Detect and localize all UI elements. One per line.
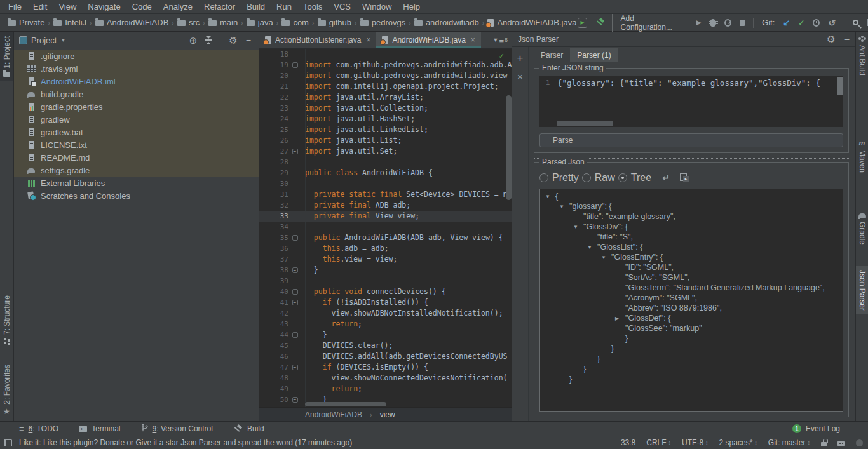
close-parser-tab-button[interactable]: × [517,72,523,81]
menu-item-edit[interactable]: Edit [27,1,53,12]
project-item-androidwifiadb-iml[interactable]: AndroidWiFiADB.iml [14,75,259,88]
code-line-46[interactable]: 46 DEVICES.addAll(adb.getDevicesConnecte… [259,351,512,362]
code-line-49[interactable]: 49 return; [259,384,512,394]
tree-expanded-arrow-icon[interactable]: ▼ [559,204,569,210]
tree-expanded-arrow-icon[interactable]: ▼ [587,245,597,250]
project-item-external-libraries[interactable]: External Libraries [14,177,259,189]
menu-item-vcs[interactable]: VCS [328,1,356,12]
code-line-33[interactable]: 33 private final View view; [259,211,512,222]
menu-item-window[interactable]: Window [356,1,397,12]
status-widget-2-spaces[interactable]: 2 spaces*↕ [719,438,757,447]
code-editor[interactable]: 1819−import com.github.pedrovgs.androidw… [259,49,512,407]
code-line-35[interactable]: 35− public AndroidWiFiADB(ADB adb, View … [259,232,512,243]
menu-item-analyze[interactable]: Analyze [158,1,198,12]
profiler-icon[interactable] [724,19,731,27]
fold-end-icon[interactable]: − [292,397,298,403]
tree-row[interactable]: "SortAs": "SGML", [540,272,843,283]
close-icon[interactable]: × [366,36,370,44]
add-parser-tab-button[interactable]: + [517,53,524,64]
code-line-44[interactable]: 44− } [259,330,512,340]
toolwindow-button-terminal[interactable]: ›_Terminal [79,424,120,433]
tree-row[interactable]: ▼"glossary": { [540,201,843,211]
json-input-editor[interactable]: 1 {"glossary": {"title": "example glossa… [539,76,843,127]
breadcrumb-item-androidwifiadb[interactable]: AndroidWiFiADB [94,18,170,27]
code-line-19[interactable]: 19−import com.github.pedrovgs.androidwif… [259,60,512,70]
menu-item-tools[interactable]: Tools [297,1,328,12]
breadcrumb-item-intelij[interactable]: InteliJ [52,18,88,27]
tree-row[interactable]: ▼"GlossDiv": { [540,222,843,232]
code-line-25[interactable]: 25import java.util.LinkedList; [259,124,512,135]
code-line-31[interactable]: 31 private static final Set<Device> DEVI… [259,189,512,200]
code-line-27[interactable]: 27−import java.util.Set; [259,146,512,157]
code-line-29[interactable]: 29public class AndroidWiFiADB { [259,168,512,178]
project-item-readme-md[interactable]: README.md [14,151,259,164]
status-message[interactable]: Like it: Like this plugin? Donate or Giv… [19,438,352,447]
fold-start-icon[interactable]: − [292,300,298,305]
status-circle-icon[interactable] [856,439,863,446]
code-line-47[interactable]: 47− if (DEVICES.isEmpty()) { [259,362,512,373]
vertical-scrollbar[interactable] [837,77,843,95]
inspections-ok-icon[interactable]: ✓ [499,50,504,61]
code-line-43[interactable]: 43 return; [259,319,512,330]
tree-row[interactable]: "GlossSee": "markup" [540,323,843,333]
clock-icon[interactable] [813,19,820,27]
code-line-30[interactable]: 30 [259,178,512,189]
toolwindow-button-9-version-control[interactable]: 9: Version Control [141,424,213,434]
vertical-scrollbar[interactable] [506,95,512,200]
select-opened-file-icon[interactable]: ⊕ [189,36,198,45]
status-widget-utf-8[interactable]: UTF-8↕ [682,438,709,447]
code-line-48[interactable]: 48 view.showNoConnectedDevicesNotificati… [259,373,512,384]
fold-start-icon[interactable]: − [292,365,298,370]
menu-item-build[interactable]: Build [241,1,271,12]
collapse-all-icon[interactable] [205,36,212,44]
project-item-gradle-properties[interactable]: gradle.properties [14,100,259,113]
menu-item-view[interactable]: View [53,1,82,12]
debug-bug-icon[interactable] [710,19,716,27]
json-tree[interactable]: ▼{▼"glossary": {"title": "example glossa… [539,189,843,412]
code-line-23[interactable]: 23import java.util.Collection; [259,103,512,114]
code-line-45[interactable]: 45 DEVICES.clear(); [259,340,512,351]
copy-icon[interactable] [680,173,689,182]
stop-icon[interactable] [740,20,745,26]
tree-row[interactable]: ▼"GlossList": { [540,242,843,252]
stripe-button-ant-build[interactable]: Ant Build [856,32,868,79]
editor-tab-actionbuttonlistener-java[interactable]: ActionButtonListener.java× [259,32,376,48]
hidden-tabs-dropdown[interactable]: ▼≡8 [492,32,512,48]
menu-item-file[interactable]: File [3,1,27,12]
code-line-28[interactable]: 28 [259,157,512,168]
breadcrumb-item-src[interactable]: src [176,18,201,27]
code-line-36[interactable]: 36 this.adb = adb; [259,243,512,254]
project-item-settigs-gradle[interactable]: settigs.gradle [14,164,259,177]
tree-expanded-arrow-icon[interactable]: ▼ [601,255,611,260]
code-line-18[interactable]: 18 [259,49,512,60]
radio-raw[interactable]: Raw [582,172,615,184]
code-line-40[interactable]: 40− public void connectDevices() { [259,286,512,297]
stripe-button-gradle[interactable]: Gradle [856,210,868,248]
gear-icon[interactable]: ⚙ [827,34,835,44]
search-everywhere-icon[interactable] [853,20,858,25]
tree-row[interactable]: } [540,364,843,374]
horizontal-scrollbar[interactable] [305,402,386,406]
unlock-icon[interactable] [821,442,827,446]
stripe-button-maven[interactable]: mMaven [856,135,868,177]
gear-icon[interactable]: ⚙ [229,36,237,45]
json-input-text[interactable]: {"glossary": {"title": "example glossary… [556,76,843,127]
project-view-title[interactable]: Project [31,36,57,45]
close-icon[interactable]: × [471,36,475,44]
project-item-license-txt[interactable]: LICENSE.txt [14,138,259,151]
code-line-24[interactable]: 24import java.util.HashSet; [259,114,512,124]
code-line-38[interactable]: 38− } [259,265,512,276]
tree-row[interactable]: "Acronym": "SGML", [540,293,843,303]
rollback-icon[interactable]: ↺ [828,18,836,28]
radio-pretty[interactable]: Pretty [539,172,579,184]
menu-item-refactor[interactable]: Refactor [198,1,241,12]
git-commit-check-icon[interactable]: ✓ [798,18,804,27]
breadcrumb-item-com[interactable]: com [280,18,310,27]
parse-button[interactable]: Parse [539,133,843,147]
tree-row[interactable]: "title": "S", [540,232,843,242]
stripe-button-2-favorites[interactable]: 2: Favorites★ [0,360,13,421]
robot-icon[interactable] [837,441,845,446]
code-line-42[interactable]: 42 view.showADBNotInstalledNotification(… [259,308,512,319]
chevron-down-icon[interactable]: ▼ [60,37,65,43]
soft-wrap-icon[interactable]: ↵ [662,173,670,183]
